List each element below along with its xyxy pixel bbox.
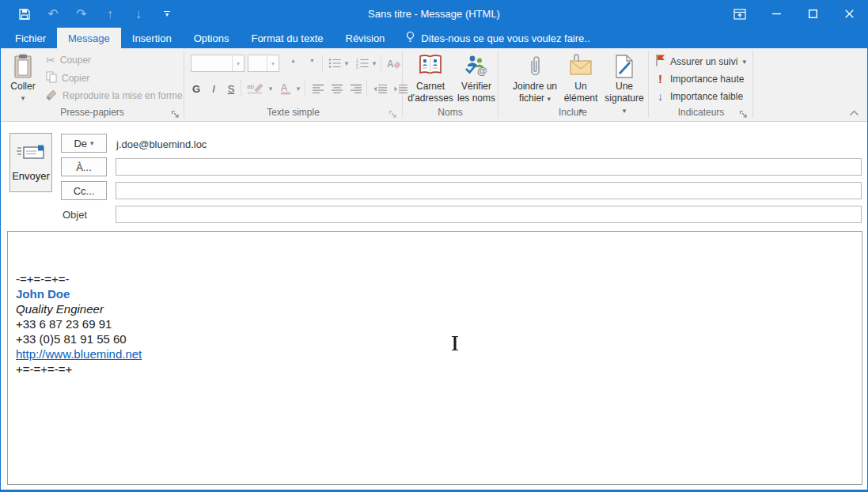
tell-me-box[interactable]: Dites-nous ce que vous voulez faire.. <box>396 28 599 48</box>
bullets-dropdown-icon[interactable]: ▾ <box>343 55 351 72</box>
send-button[interactable]: Envoyer <box>9 133 52 192</box>
follow-up-button[interactable]: Assurer un suivi ▾ <box>655 54 746 69</box>
format-painter-icon <box>46 89 58 103</box>
toolbar-separator <box>305 80 305 97</box>
envelope-paperclip-icon <box>568 54 593 81</box>
close-button[interactable] <box>831 0 867 28</box>
font-name-combobox[interactable]: ▾ <box>191 55 244 72</box>
flag-icon <box>655 54 665 69</box>
save-icon[interactable] <box>17 6 32 22</box>
subject-label: Objet <box>63 209 87 221</box>
minimize-button[interactable] <box>758 0 794 28</box>
ribbon-display-options-icon[interactable] <box>722 0 758 28</box>
high-importance-label: Importance haute <box>670 74 744 85</box>
signature-separator-top: -=+=-=+=- <box>16 271 862 286</box>
to-input[interactable] <box>116 158 862 176</box>
toolbar-separator <box>366 80 367 97</box>
paperclip-icon <box>528 54 542 81</box>
from-button[interactable]: De ▾ <box>61 134 107 153</box>
italic-button[interactable]: I <box>207 80 221 97</box>
tab-fichier[interactable]: Fichier <box>4 28 57 48</box>
toolbar-separator <box>322 55 323 72</box>
redo-icon[interactable]: ↷ <box>74 6 89 22</box>
high-importance-icon: ! <box>655 72 665 85</box>
next-item-icon[interactable]: ↓ <box>131 6 146 22</box>
paste-dropdown-icon[interactable]: ▾ <box>21 93 25 104</box>
signature-label-line1: Une <box>616 81 633 93</box>
check-names-icon: @ <box>464 54 489 81</box>
address-book-label-line1: Carnet <box>416 81 445 93</box>
grow-font-button[interactable]: ▲ <box>284 55 301 72</box>
message-header-form: Envoyer De ▾ j.doe@bluemind.loc À... Cc.… <box>1 123 867 231</box>
copy-button[interactable]: Copier <box>46 71 89 85</box>
address-book-icon <box>418 54 443 81</box>
align-left-button[interactable] <box>309 80 327 97</box>
basic-text-dialog-launcher-icon[interactable] <box>389 108 398 117</box>
signature-landline: +33 (0)5 81 91 55 60 <box>16 331 862 346</box>
names-group-label: Noms <box>403 107 498 118</box>
bold-button[interactable]: G <box>189 80 203 97</box>
text-highlight-button[interactable]: ab <box>245 80 266 97</box>
cc-button[interactable]: Cc... <box>61 181 107 200</box>
font-size-combobox[interactable]: ▾ <box>248 55 279 72</box>
tab-options[interactable]: Options <box>183 28 241 48</box>
send-envelope-icon <box>16 144 46 164</box>
clear-formatting-button[interactable]: A <box>385 55 403 72</box>
shrink-font-button[interactable]: ▼ <box>303 55 320 72</box>
font-size-dropdown-icon: ▾ <box>267 55 279 71</box>
attach-file-label-line2: fichier ▾ <box>519 93 551 105</box>
title-bar: ↶ ↷ ↑ ↓ ▾ Sans titre - Message (HTML) <box>1 0 867 28</box>
to-button[interactable]: À... <box>61 157 107 176</box>
signature-page-pen-icon <box>613 54 635 81</box>
font-color-dropdown-icon[interactable]: ▾ <box>294 80 302 97</box>
send-label: Envoyer <box>12 170 50 182</box>
clipboard-icon <box>13 54 33 81</box>
font-size-value <box>248 55 267 71</box>
signature-separator-bottom: +=-=+=-=+ <box>16 361 862 377</box>
low-importance-button[interactable]: ↓ Importance faible <box>655 90 743 103</box>
svg-text:A: A <box>281 82 287 93</box>
tab-insertion[interactable]: Insertion <box>121 28 183 48</box>
tab-revision[interactable]: Révision <box>335 28 396 48</box>
tags-group-label: Indicateurs <box>650 107 752 118</box>
toolbar-separator <box>381 55 381 72</box>
tags-dialog-launcher-icon[interactable] <box>739 108 749 117</box>
previous-item-icon[interactable]: ↑ <box>102 6 118 22</box>
from-label: De <box>74 138 87 149</box>
follow-up-label: Assurer un suivi <box>670 56 737 67</box>
bullets-button[interactable] <box>327 55 343 72</box>
customize-qat-icon[interactable]: ▾ <box>159 6 175 22</box>
follow-up-dropdown-icon[interactable]: ▾ <box>742 58 746 66</box>
check-names-label-line1: Vérifier <box>461 81 491 93</box>
collapse-ribbon-icon[interactable] <box>849 105 859 119</box>
numbering-button[interactable]: 123 <box>354 55 370 72</box>
format-painter-button[interactable]: Reproduire la mise en forme <box>46 89 182 103</box>
highlight-dropdown-icon[interactable]: ▾ <box>267 80 275 97</box>
to-label: À... <box>76 161 92 173</box>
attach-item-label-line1: Un <box>574 81 586 93</box>
low-importance-label: Importance faible <box>670 91 743 102</box>
attach-file-label-line1: Joindre un <box>513 81 557 93</box>
message-body-editor[interactable]: -=+=-=+=- John Doe Quality Engineer +33 … <box>7 231 862 485</box>
clipboard-dialog-launcher-icon[interactable] <box>171 108 180 117</box>
font-color-button[interactable]: A <box>278 80 294 97</box>
align-right-button[interactable] <box>347 80 365 97</box>
high-importance-button[interactable]: ! Importance haute <box>655 72 744 85</box>
numbering-dropdown-icon[interactable]: ▾ <box>370 55 378 72</box>
subject-input[interactable] <box>116 206 862 223</box>
tab-message[interactable]: Message <box>57 28 121 48</box>
maximize-button[interactable] <box>794 0 831 28</box>
svg-text:@: @ <box>477 65 487 76</box>
align-center-button[interactable] <box>328 80 346 97</box>
tab-format-du-texte[interactable]: Format du texte <box>240 28 334 48</box>
toolbar-separator <box>241 80 241 97</box>
underline-button[interactable]: S <box>224 80 238 97</box>
quick-access-toolbar: ↶ ↷ ↑ ↓ ▾ <box>1 6 175 22</box>
decrease-indent-button[interactable] <box>371 80 390 97</box>
cc-input[interactable] <box>116 182 862 199</box>
low-importance-icon: ↓ <box>655 90 665 103</box>
signature-website-link[interactable]: http://www.bluemind.net <box>16 347 142 361</box>
cut-button[interactable]: ✂ Couper <box>46 54 91 66</box>
cc-label: Cc... <box>74 185 95 197</box>
undo-icon[interactable]: ↶ <box>45 6 61 22</box>
